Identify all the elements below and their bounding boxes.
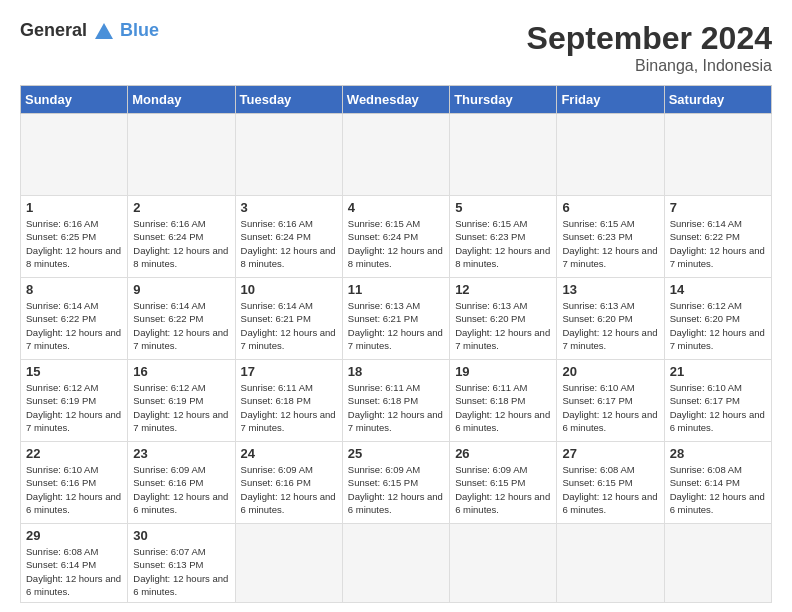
day-number: 18 xyxy=(348,364,444,379)
logo-general: General xyxy=(20,20,87,40)
day-number: 16 xyxy=(133,364,229,379)
calendar-cell: 27Sunrise: 6:08 AMSunset: 6:15 PMDayligh… xyxy=(557,442,664,524)
day-number: 10 xyxy=(241,282,337,297)
calendar-cell: 22Sunrise: 6:10 AMSunset: 6:16 PMDayligh… xyxy=(21,442,128,524)
day-info: Sunrise: 6:10 AMSunset: 6:16 PMDaylight:… xyxy=(26,463,122,516)
day-info: Sunrise: 6:15 AMSunset: 6:23 PMDaylight:… xyxy=(562,217,658,270)
day-info: Sunrise: 6:12 AMSunset: 6:19 PMDaylight:… xyxy=(133,381,229,434)
calendar-cell xyxy=(557,524,664,603)
week-row-4: 22Sunrise: 6:10 AMSunset: 6:16 PMDayligh… xyxy=(21,442,772,524)
calendar-cell: 10Sunrise: 6:14 AMSunset: 6:21 PMDayligh… xyxy=(235,278,342,360)
day-number: 29 xyxy=(26,528,122,543)
day-info: Sunrise: 6:09 AMSunset: 6:16 PMDaylight:… xyxy=(241,463,337,516)
day-info: Sunrise: 6:08 AMSunset: 6:14 PMDaylight:… xyxy=(670,463,766,516)
day-info: Sunrise: 6:08 AMSunset: 6:14 PMDaylight:… xyxy=(26,545,122,598)
day-number: 6 xyxy=(562,200,658,215)
day-info: Sunrise: 6:09 AMSunset: 6:15 PMDaylight:… xyxy=(455,463,551,516)
col-header-saturday: Saturday xyxy=(664,86,771,114)
calendar-cell xyxy=(235,114,342,196)
day-info: Sunrise: 6:16 AMSunset: 6:24 PMDaylight:… xyxy=(133,217,229,270)
week-row-1: 1Sunrise: 6:16 AMSunset: 6:25 PMDaylight… xyxy=(21,196,772,278)
col-header-sunday: Sunday xyxy=(21,86,128,114)
day-number: 11 xyxy=(348,282,444,297)
col-header-tuesday: Tuesday xyxy=(235,86,342,114)
day-number: 23 xyxy=(133,446,229,461)
day-info: Sunrise: 6:13 AMSunset: 6:20 PMDaylight:… xyxy=(562,299,658,352)
calendar-cell: 4Sunrise: 6:15 AMSunset: 6:24 PMDaylight… xyxy=(342,196,449,278)
calendar-cell: 26Sunrise: 6:09 AMSunset: 6:15 PMDayligh… xyxy=(450,442,557,524)
day-info: Sunrise: 6:11 AMSunset: 6:18 PMDaylight:… xyxy=(348,381,444,434)
page-header: General Blue September 2024 Binanga, Ind… xyxy=(20,20,772,75)
day-number: 8 xyxy=(26,282,122,297)
location: Binanga, Indonesia xyxy=(527,57,772,75)
calendar-cell xyxy=(235,524,342,603)
day-number: 1 xyxy=(26,200,122,215)
calendar-cell xyxy=(557,114,664,196)
calendar-cell: 6Sunrise: 6:15 AMSunset: 6:23 PMDaylight… xyxy=(557,196,664,278)
calendar-cell: 29Sunrise: 6:08 AMSunset: 6:14 PMDayligh… xyxy=(21,524,128,603)
calendar-cell xyxy=(664,524,771,603)
calendar-cell: 19Sunrise: 6:11 AMSunset: 6:18 PMDayligh… xyxy=(450,360,557,442)
day-info: Sunrise: 6:16 AMSunset: 6:24 PMDaylight:… xyxy=(241,217,337,270)
calendar-cell xyxy=(21,114,128,196)
calendar-cell: 13Sunrise: 6:13 AMSunset: 6:20 PMDayligh… xyxy=(557,278,664,360)
calendar-cell: 24Sunrise: 6:09 AMSunset: 6:16 PMDayligh… xyxy=(235,442,342,524)
calendar-cell: 1Sunrise: 6:16 AMSunset: 6:25 PMDaylight… xyxy=(21,196,128,278)
day-number: 21 xyxy=(670,364,766,379)
calendar-cell: 7Sunrise: 6:14 AMSunset: 6:22 PMDaylight… xyxy=(664,196,771,278)
day-info: Sunrise: 6:16 AMSunset: 6:25 PMDaylight:… xyxy=(26,217,122,270)
day-info: Sunrise: 6:12 AMSunset: 6:19 PMDaylight:… xyxy=(26,381,122,434)
day-info: Sunrise: 6:10 AMSunset: 6:17 PMDaylight:… xyxy=(562,381,658,434)
calendar-cell: 11Sunrise: 6:13 AMSunset: 6:21 PMDayligh… xyxy=(342,278,449,360)
calendar-cell xyxy=(342,114,449,196)
calendar-cell: 12Sunrise: 6:13 AMSunset: 6:20 PMDayligh… xyxy=(450,278,557,360)
calendar-cell xyxy=(342,524,449,603)
day-info: Sunrise: 6:09 AMSunset: 6:15 PMDaylight:… xyxy=(348,463,444,516)
day-info: Sunrise: 6:09 AMSunset: 6:16 PMDaylight:… xyxy=(133,463,229,516)
day-info: Sunrise: 6:08 AMSunset: 6:15 PMDaylight:… xyxy=(562,463,658,516)
calendar-table: SundayMondayTuesdayWednesdayThursdayFrid… xyxy=(20,85,772,603)
day-number: 13 xyxy=(562,282,658,297)
day-info: Sunrise: 6:14 AMSunset: 6:21 PMDaylight:… xyxy=(241,299,337,352)
day-info: Sunrise: 6:14 AMSunset: 6:22 PMDaylight:… xyxy=(133,299,229,352)
calendar-cell: 21Sunrise: 6:10 AMSunset: 6:17 PMDayligh… xyxy=(664,360,771,442)
logo: General Blue xyxy=(20,20,159,43)
calendar-cell: 16Sunrise: 6:12 AMSunset: 6:19 PMDayligh… xyxy=(128,360,235,442)
day-number: 25 xyxy=(348,446,444,461)
day-info: Sunrise: 6:11 AMSunset: 6:18 PMDaylight:… xyxy=(241,381,337,434)
calendar-cell: 30Sunrise: 6:07 AMSunset: 6:13 PMDayligh… xyxy=(128,524,235,603)
day-number: 7 xyxy=(670,200,766,215)
week-row-0 xyxy=(21,114,772,196)
calendar-cell: 18Sunrise: 6:11 AMSunset: 6:18 PMDayligh… xyxy=(342,360,449,442)
calendar-cell: 28Sunrise: 6:08 AMSunset: 6:14 PMDayligh… xyxy=(664,442,771,524)
week-row-2: 8Sunrise: 6:14 AMSunset: 6:22 PMDaylight… xyxy=(21,278,772,360)
day-number: 26 xyxy=(455,446,551,461)
calendar-cell xyxy=(450,114,557,196)
day-info: Sunrise: 6:15 AMSunset: 6:23 PMDaylight:… xyxy=(455,217,551,270)
calendar-cell xyxy=(128,114,235,196)
day-number: 30 xyxy=(133,528,229,543)
day-number: 20 xyxy=(562,364,658,379)
day-number: 9 xyxy=(133,282,229,297)
logo-icon xyxy=(93,21,115,43)
calendar-cell: 17Sunrise: 6:11 AMSunset: 6:18 PMDayligh… xyxy=(235,360,342,442)
logo-text: General Blue xyxy=(20,20,159,43)
day-info: Sunrise: 6:10 AMSunset: 6:17 PMDaylight:… xyxy=(670,381,766,434)
day-number: 12 xyxy=(455,282,551,297)
week-row-5: 29Sunrise: 6:08 AMSunset: 6:14 PMDayligh… xyxy=(21,524,772,603)
calendar-cell: 5Sunrise: 6:15 AMSunset: 6:23 PMDaylight… xyxy=(450,196,557,278)
day-number: 14 xyxy=(670,282,766,297)
day-number: 27 xyxy=(562,446,658,461)
day-number: 19 xyxy=(455,364,551,379)
calendar-cell: 15Sunrise: 6:12 AMSunset: 6:19 PMDayligh… xyxy=(21,360,128,442)
calendar-cell: 20Sunrise: 6:10 AMSunset: 6:17 PMDayligh… xyxy=(557,360,664,442)
day-info: Sunrise: 6:11 AMSunset: 6:18 PMDaylight:… xyxy=(455,381,551,434)
calendar-cell: 8Sunrise: 6:14 AMSunset: 6:22 PMDaylight… xyxy=(21,278,128,360)
col-header-friday: Friday xyxy=(557,86,664,114)
day-number: 3 xyxy=(241,200,337,215)
day-number: 5 xyxy=(455,200,551,215)
col-header-wednesday: Wednesday xyxy=(342,86,449,114)
logo-blue: Blue xyxy=(120,20,159,40)
title-block: September 2024 Binanga, Indonesia xyxy=(527,20,772,75)
calendar-cell: 23Sunrise: 6:09 AMSunset: 6:16 PMDayligh… xyxy=(128,442,235,524)
